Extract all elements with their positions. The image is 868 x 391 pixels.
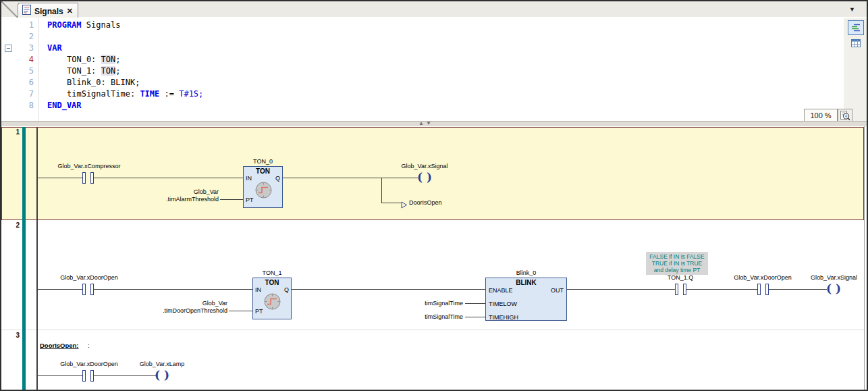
keyword-time: TIME	[140, 89, 159, 99]
block-instance-name[interactable]: TON_1	[252, 269, 292, 276]
wire	[465, 303, 485, 304]
coil-close[interactable]: )	[836, 283, 841, 294]
semicolon: ;	[115, 55, 120, 64]
ton0-function-block[interactable]: TON IN Q PT	[243, 166, 283, 208]
branch-wire	[381, 203, 401, 203]
contact-bar[interactable]	[757, 284, 761, 295]
code-line-4[interactable]: TON_0: TON;	[67, 54, 121, 66]
line-number-cursor: 4	[18, 54, 34, 66]
var-decl: timSignalTime:	[67, 89, 140, 99]
coil-open[interactable]: (	[155, 369, 160, 381]
wire	[465, 317, 485, 317]
splitter-up-icon[interactable]: ▲	[418, 120, 426, 126]
coil-operand[interactable]: Glob_Var.xSignal	[788, 274, 868, 281]
pin-in[interactable]: IN	[255, 286, 261, 293]
coil-open[interactable]: (	[417, 172, 423, 183]
coil-close[interactable]: )	[427, 172, 432, 183]
pin-pt[interactable]: PT	[255, 308, 263, 315]
pin-in[interactable]: IN	[246, 175, 252, 182]
keyword-end-var: END_VAR	[47, 101, 82, 110]
code-line-8[interactable]: END_VAR	[47, 100, 82, 111]
pin-q[interactable]: Q	[284, 286, 289, 293]
contact-bar[interactable]	[82, 172, 86, 184]
coil-operand[interactable]: Glob_Var.xSignal	[377, 163, 472, 170]
network-3-number: 3	[5, 332, 20, 339]
textual-view-icon	[851, 23, 861, 32]
code-line-7[interactable]: timSignalTime: TIME := T#1S;	[67, 88, 203, 100]
var-decl: TON_0:	[67, 55, 101, 64]
pin-out[interactable]: OUT	[551, 287, 564, 294]
pin-timelow[interactable]: TIMELOW	[489, 301, 517, 307]
network-label[interactable]: DoorIsOpen:	[40, 342, 79, 349]
code-line-6[interactable]: Blink_0: BLINK;	[67, 77, 140, 88]
timelow-operand[interactable]: timSignalTime	[396, 300, 463, 307]
code-line-3[interactable]: VAR	[47, 43, 62, 54]
tabular-view-button[interactable]	[848, 36, 864, 51]
pin-q[interactable]: Q	[275, 175, 280, 182]
line-number: 7	[18, 88, 34, 100]
pin-timehigh[interactable]: TIMEHIGH	[489, 314, 518, 321]
textual-view-button[interactable]	[848, 20, 864, 35]
network-1-number: 1	[5, 128, 20, 136]
operand-line1: Glob_Var	[202, 300, 227, 307]
pin-pt[interactable]: PT	[246, 197, 254, 203]
tab-well-edge	[1, 1, 18, 18]
tooltip-line: and delay time PT	[648, 267, 706, 273]
editor-right-border	[864, 126, 865, 390]
tooltip-line: FALSE if IN is FALSE	[648, 253, 706, 260]
contact-operand[interactable]: Glob_Var.xCompressor	[42, 163, 136, 170]
operand-line1: Glob_Var	[194, 188, 219, 195]
contact-bar[interactable]	[90, 370, 94, 382]
contact-bar[interactable]	[82, 284, 86, 295]
code-line-5[interactable]: TON_1: TON;	[67, 66, 121, 77]
tab-signals[interactable]: Signals ✕	[18, 3, 78, 18]
code-line-1[interactable]: PROGRAM Signals	[47, 20, 120, 31]
block-instance-name[interactable]: Blink_0	[485, 269, 567, 276]
network-1[interactable]	[1, 127, 864, 220]
magnifier-icon	[840, 111, 850, 121]
wire	[93, 289, 252, 290]
tab-list-dropdown-icon[interactable]: ▼	[849, 6, 855, 13]
wire	[769, 289, 827, 290]
jump-target[interactable]: DoorIsOpen	[409, 199, 442, 206]
blink-function-block[interactable]: BLINK ENABLE OUT TIMELOW TIMEHIGH	[485, 278, 567, 321]
timer-icon	[263, 292, 281, 313]
pin-enable[interactable]: ENABLE	[489, 287, 513, 294]
time-literal: T#1S;	[179, 89, 203, 99]
contact-operand[interactable]: TON_1.Q	[653, 274, 707, 281]
declaration-editor[interactable]: 1 2 3 4 5 6 7 8 PROGRAM Signals VAR TON_…	[1, 18, 844, 121]
line-number: 6	[18, 77, 34, 88]
pt-operand[interactable]: Glob_Var.timAlarmThreshold	[117, 188, 219, 203]
tab-title: Signals	[34, 7, 63, 16]
timer-icon	[254, 181, 273, 202]
wire	[229, 311, 252, 311]
operand-line2: .timAlarmThreshold	[166, 196, 219, 203]
fold-collapse-icon[interactable]	[5, 45, 12, 52]
splitter-down-icon[interactable]: ▼	[426, 120, 433, 126]
contact-bar[interactable]	[82, 370, 86, 382]
coil-close[interactable]: )	[164, 369, 169, 381]
type-ton-highlight: TON	[101, 55, 116, 64]
block-instance-name[interactable]: TON_0	[243, 158, 283, 165]
tooltip-ton-q: FALSE if IN is FALSE TRUE if IN is TRUE …	[646, 252, 708, 275]
timehigh-operand[interactable]: timSignalTime	[396, 313, 463, 320]
pt-operand[interactable]: Glob_Var.timDoorOpenThreshold	[126, 300, 227, 315]
ton1-function-block[interactable]: TON IN Q PT	[252, 278, 292, 319]
coil-open[interactable]: (	[826, 283, 832, 294]
pane-splitter[interactable]	[1, 121, 867, 126]
jump-arrow-icon[interactable]	[401, 199, 408, 211]
gutter-divider	[38, 18, 39, 121]
contact-bar[interactable]	[675, 284, 678, 295]
contact-operand[interactable]: Glob_Var.xDoorOpen	[42, 274, 136, 281]
keyword-var: VAR	[47, 43, 62, 53]
contact-bar[interactable]	[90, 284, 94, 295]
contact-bar[interactable]	[90, 172, 94, 184]
coil-operand[interactable]: Glob_Var.xLamp	[115, 361, 209, 367]
close-icon[interactable]: ✕	[67, 7, 73, 15]
wire	[38, 289, 83, 290]
line-number: 2	[18, 31, 34, 43]
tabular-view-icon	[851, 39, 861, 47]
wire	[220, 199, 243, 200]
network-2-number: 2	[5, 221, 20, 229]
splitter-arrows[interactable]: ▲▼	[418, 120, 433, 126]
